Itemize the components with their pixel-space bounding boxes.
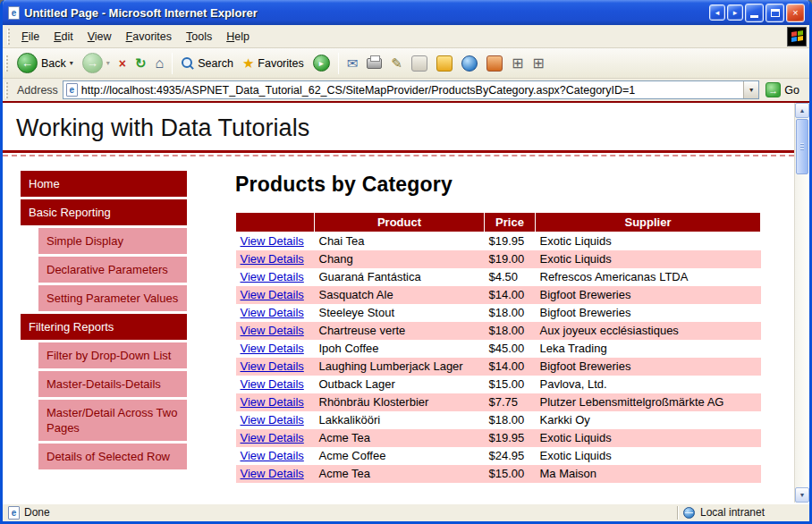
table-row: View Details Laughing Lumberjack Lager $… [236, 358, 761, 376]
supplier-cell: Pavlova, Ltd. [536, 376, 761, 393]
supplier-cell: Aux joyeux ecclésiastiques [536, 322, 761, 340]
home-button[interactable]: ⌂ [151, 54, 169, 73]
favorites-star-icon: ★ [242, 56, 254, 70]
view-details-link[interactable]: View Details [241, 288, 304, 301]
view-details-link[interactable]: View Details [241, 467, 304, 480]
go-button[interactable]: → Go [764, 81, 804, 98]
supplier-cell: Bigfoot Breweries [536, 304, 761, 322]
title-extra-button-1[interactable]: ◂ [709, 4, 725, 21]
close-button[interactable]: × [786, 4, 805, 22]
intranet-globe-icon [683, 507, 695, 519]
price-cell: $15.00 [485, 465, 536, 483]
menu-bar: File Edit View Favorites Tools Help [3, 25, 809, 48]
sidebar-item-master-details-details[interactable]: Master-Details-Details [38, 371, 187, 397]
scroll-down-button[interactable]: ▼ [795, 487, 809, 503]
price-cell: $14.00 [485, 358, 536, 376]
scroll-up-button[interactable]: ▲ [795, 103, 809, 118]
menu-file[interactable]: File [14, 28, 47, 46]
price-cell: $24.95 [485, 447, 536, 465]
title-buttons: ◂ ▸ × [709, 4, 805, 22]
minimize-button[interactable] [745, 4, 764, 22]
extra-tool-button-4[interactable]: ⊞ [528, 54, 548, 73]
menu-grip[interactable] [7, 29, 10, 45]
view-details-link[interactable]: View Details [241, 377, 304, 391]
page-title: Products by Category [235, 173, 761, 197]
view-details-link[interactable]: View Details [241, 306, 304, 319]
view-details-link[interactable]: View Details [241, 234, 304, 248]
sidebar-item-filter-by-dropdown-list[interactable]: Filter by Drop-Down List [38, 342, 187, 368]
discuss-button[interactable] [407, 53, 432, 74]
back-button[interactable]: ← Back ▾ [13, 50, 78, 76]
menu-edit[interactable]: Edit [47, 28, 80, 46]
product-cell: Chartreuse verte [315, 322, 485, 340]
toolbar-separator [172, 53, 173, 74]
sidebar-item-basic-reporting[interactable]: Basic Reporting [21, 199, 187, 225]
scrollbar-thumb[interactable] [796, 119, 808, 174]
sidebar-item-setting-parameter-values[interactable]: Setting Parameter Values [38, 285, 187, 311]
sidebar-item-simple-display[interactable]: Simple Display [38, 228, 187, 254]
view-details-link[interactable]: View Details [241, 270, 304, 283]
sidebar-item-master-detail-two-pages[interactable]: Master/Detail Across Two Pages [38, 400, 187, 441]
extra-tool-button-2[interactable] [482, 53, 507, 74]
messenger-button[interactable] [432, 53, 457, 74]
products-table: Product Price Supplier View Details Chai… [235, 212, 761, 483]
product-cell: Acme Tea [315, 429, 485, 447]
stop-button[interactable]: × [114, 55, 131, 72]
favorites-button[interactable]: ★ Favorites [238, 54, 309, 72]
menu-help[interactable]: Help [219, 28, 257, 46]
address-dropdown-button[interactable]: ▼ [743, 81, 758, 98]
view-details-link[interactable]: View Details [241, 449, 304, 462]
address-input[interactable] [81, 82, 740, 97]
supplier-cell: Exotic Liquids [536, 250, 761, 268]
view-details-link[interactable]: View Details [241, 431, 304, 444]
mail-icon: ✉ [347, 56, 359, 70]
mail-button[interactable]: ✉ [343, 54, 363, 72]
grid-icon: ⊞ [512, 56, 523, 71]
view-details-link[interactable]: View Details [241, 359, 304, 373]
table-row: View Details Steeleye Stout $18.00 Bigfo… [236, 304, 761, 322]
address-grip[interactable] [5, 82, 8, 98]
extra-tool-button-3[interactable]: ⊞ [507, 54, 528, 73]
price-cell: $19.00 [485, 250, 536, 268]
stop-icon: × [119, 57, 126, 70]
sidebar-item-home[interactable]: Home [21, 171, 187, 197]
windows-logo-icon [787, 27, 807, 46]
search-button[interactable]: Search [176, 54, 238, 72]
scrollbar-track[interactable] [795, 175, 809, 487]
menu-tools[interactable]: Tools [179, 28, 219, 46]
header-cell-empty [236, 213, 315, 232]
forward-icon: → [82, 53, 103, 73]
back-label: Back [41, 57, 66, 70]
sidebar-item-details-of-selected-row[interactable]: Details of Selected Row [38, 444, 187, 469]
menu-favorites[interactable]: Favorites [119, 28, 179, 46]
toolbar-grip[interactable] [5, 55, 8, 72]
view-details-link[interactable]: View Details [241, 395, 304, 409]
standard-toolbar: ← Back ▾ → ▾ × ↻ ⌂ Search ★ Favorites ▸ … [3, 48, 809, 79]
product-cell: Acme Tea [315, 465, 485, 483]
forward-button[interactable]: → ▾ [78, 50, 114, 76]
print-button[interactable] [362, 55, 386, 72]
title-extra-button-2[interactable]: ▸ [727, 4, 743, 21]
sidebar-item-filtering-reports[interactable]: Filtering Reports [21, 314, 187, 340]
zone-label: Local intranet [700, 506, 765, 519]
refresh-button[interactable]: ↻ [131, 54, 151, 72]
table-row: View Details Acme Tea $19.95 Exotic Liqu… [236, 429, 761, 447]
menu-view[interactable]: View [80, 28, 119, 46]
product-cell: Lakkalikööri [315, 411, 485, 429]
view-details-link[interactable]: View Details [241, 252, 304, 266]
product-cell: Laughing Lumberjack Lager [315, 358, 485, 376]
sidebar-item-declarative-parameters[interactable]: Declarative Parameters [38, 257, 187, 283]
view-details-link[interactable]: View Details [241, 324, 304, 337]
view-details-link[interactable]: View Details [241, 342, 304, 355]
go-arrow-icon: → [765, 82, 781, 97]
maximize-button[interactable] [765, 4, 784, 22]
edit-button[interactable]: ✎ [386, 54, 407, 72]
extra-tool-button-1[interactable] [457, 53, 482, 74]
header-cell-product: Product [315, 213, 485, 232]
header-rule [3, 150, 794, 153]
media-button[interactable]: ▸ [309, 52, 334, 74]
product-cell: Sasquatch Ale [315, 286, 485, 304]
view-details-link[interactable]: View Details [241, 413, 304, 427]
sidebar-nav: Home Basic Reporting Simple Display Decl… [21, 171, 187, 483]
discuss-icon [411, 55, 427, 72]
